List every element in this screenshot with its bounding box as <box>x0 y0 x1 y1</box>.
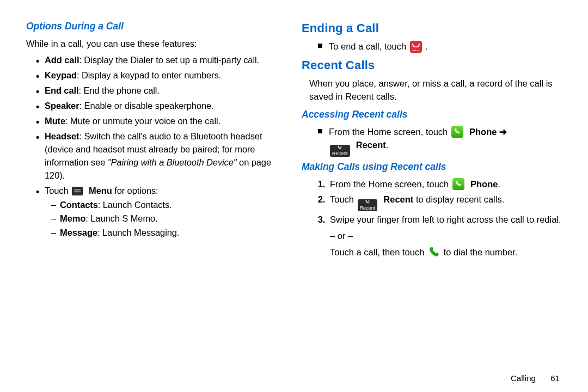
left-column: Options During a Call While in a call, y… <box>26 20 286 370</box>
call-handset-icon <box>428 246 440 258</box>
recent-tab-icon: Recent <box>358 199 378 211</box>
page-body: Options During a Call While in a call, y… <box>0 0 588 370</box>
end-call-icon <box>410 41 422 53</box>
step-2: Touch Recent Recent to display recent ca… <box>328 193 562 211</box>
feature-add-call: Add call: Display the Dialer to set up a… <box>36 54 286 67</box>
step-1: From the Home screen, touch Phone. <box>328 178 562 191</box>
feature-headset: Headset: Switch the call's audio to a Bl… <box>36 130 286 182</box>
recent-calls-intro: When you place, answer, or miss a call, … <box>302 77 562 103</box>
cross-reference: "Pairing with a Bluetooth Device" <box>108 157 237 167</box>
accessing-recent-steps: From the Home screen, touch Phone ➔ Rece… <box>302 126 562 157</box>
menu-options-list: Contacts: Launch Contacts. Memo: Launch … <box>45 199 286 240</box>
feature-keypad: Keypad: Display a keypad to enter number… <box>36 69 286 82</box>
footer-section: Calling <box>511 373 536 383</box>
or-divider: – or – <box>330 230 562 243</box>
phone-app-icon <box>452 178 464 190</box>
ending-call-step: To end a call, touch . <box>302 40 562 53</box>
feature-touch-menu: Touch Menu for options: Contacts: Launch… <box>36 185 286 240</box>
footer-page-number: 61 <box>538 373 560 383</box>
heading-recent-calls: Recent Calls <box>302 57 562 74</box>
step-3: Swipe your finger from left to right acr… <box>328 213 562 259</box>
subheading-options-during-call: Options During a Call <box>26 20 286 33</box>
subheading-making-calls-recent: Making Calls using Recent calls <box>302 160 562 174</box>
feature-mute: Mute: Mute or unmute your voice on the c… <box>36 115 286 128</box>
phone-app-icon <box>451 126 463 138</box>
menu-option-memo: Memo: Launch S Memo. <box>51 212 286 225</box>
heading-ending-a-call: Ending a Call <box>302 20 562 37</box>
feature-speaker: Speaker: Enable or disable speakerphone. <box>36 100 286 113</box>
making-calls-steps: From the Home screen, touch Phone. Touch… <box>302 178 562 259</box>
right-column: Ending a Call To end a call, touch . Rec… <box>302 20 562 370</box>
menu-option-contacts: Contacts: Launch Contacts. <box>51 199 286 212</box>
menu-option-message: Message: Launch Messaging. <box>51 226 286 240</box>
feature-end-call: End call: End the phone call. <box>36 84 286 97</box>
ending-call-item: To end a call, touch . <box>318 40 562 53</box>
accessing-recent-item: From the Home screen, touch Phone ➔ Rece… <box>318 126 562 157</box>
subheading-accessing-recent: Accessing Recent calls <box>302 108 562 121</box>
recent-tab-icon: Recent <box>330 145 350 157</box>
feature-list: Add call: Display the Dialer to set up a… <box>26 54 286 240</box>
page-footer: Calling 61 <box>0 370 588 383</box>
menu-icon <box>72 187 83 195</box>
intro-text: While in a call, you can use these featu… <box>26 38 286 51</box>
